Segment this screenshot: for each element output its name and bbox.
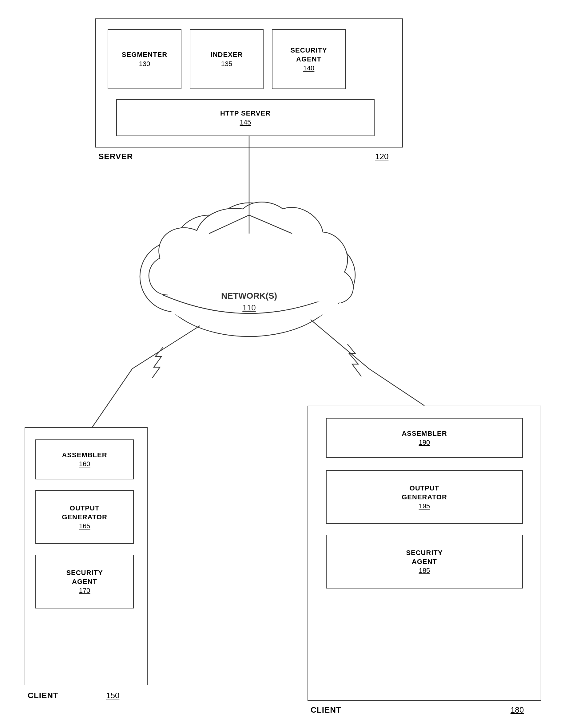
output-generator-165-box: OUTPUTGENERATOR 165 [35, 490, 134, 544]
svg-point-0 [158, 229, 340, 336]
svg-text:110: 110 [242, 303, 255, 312]
segmenter-label: SEGMENTER [122, 50, 167, 59]
output-generator-195-number: 195 [419, 502, 430, 510]
lightning-bolt-right [348, 344, 361, 376]
security-agent-185-number: 185 [419, 567, 430, 575]
http-server-number: 145 [240, 118, 251, 126]
client-180-label: CLIENT [311, 705, 341, 715]
http-server-box: HTTP SERVER 145 [116, 99, 375, 136]
svg-line-12 [249, 215, 292, 234]
network-to-client150-line [132, 326, 200, 369]
output-generator-195-label: OUTPUTGENERATOR [402, 484, 447, 502]
assembler-160-box: ASSEMBLER 160 [35, 439, 134, 479]
assembler-160-number: 160 [79, 460, 90, 468]
http-server-label: HTTP SERVER [220, 109, 270, 118]
svg-line-14 [369, 369, 424, 406]
client-150-label: CLIENT [28, 691, 58, 700]
output-generator-165-number: 165 [79, 522, 90, 530]
svg-line-13 [92, 369, 132, 427]
output-generator-165-label: OUTPUTGENERATOR [62, 504, 107, 521]
indexer-box: INDEXER 135 [190, 29, 263, 89]
security-agent-170-number: 170 [79, 587, 90, 595]
network-cloud: NETWORK(S) 110 [140, 202, 355, 337]
svg-point-4 [257, 217, 328, 287]
network-to-client180-line [311, 320, 369, 369]
security-agent-140-label: SECURITYAGENT [290, 46, 327, 64]
diagram: SEGMENTER 130 INDEXER 135 SECURITYAGENT … [0, 0, 564, 728]
assembler-160-label: ASSEMBLER [62, 451, 107, 460]
server-number: 120 [375, 152, 389, 161]
indexer-label: INDEXER [211, 50, 243, 59]
assembler-190-number: 190 [419, 439, 430, 447]
server-label: SERVER [98, 152, 133, 161]
security-agent-170-box: SECURITYAGENT 170 [35, 555, 134, 608]
svg-point-3 [209, 203, 289, 283]
security-agent-140-number: 140 [303, 64, 315, 72]
svg-line-10 [209, 215, 249, 234]
output-generator-195-box: OUTPUTGENERATOR 195 [326, 470, 523, 524]
svg-rect-7 [163, 273, 338, 307]
indexer-number: 135 [221, 60, 232, 68]
segmenter-number: 130 [139, 60, 150, 68]
assembler-190-box: ASSEMBLER 190 [326, 418, 523, 458]
segmenter-box: SEGMENTER 130 [108, 29, 181, 89]
security-agent-140-box: SECURITYAGENT 140 [272, 29, 346, 89]
assembler-190-label: ASSEMBLER [402, 429, 447, 438]
lightning-bolt-left [152, 347, 163, 378]
client-150-number: 150 [106, 691, 119, 700]
svg-point-2 [172, 215, 246, 289]
svg-point-1 [140, 241, 211, 312]
svg-point-6 [160, 252, 338, 332]
client-180-number: 180 [511, 705, 524, 715]
svg-text:NETWORK(S): NETWORK(S) [221, 291, 277, 301]
svg-point-5 [291, 243, 355, 307]
security-agent-185-label: SECURITYAGENT [406, 549, 443, 566]
security-agent-185-box: SECURITYAGENT 185 [326, 535, 523, 588]
security-agent-170-label: SECURITYAGENT [66, 569, 103, 586]
